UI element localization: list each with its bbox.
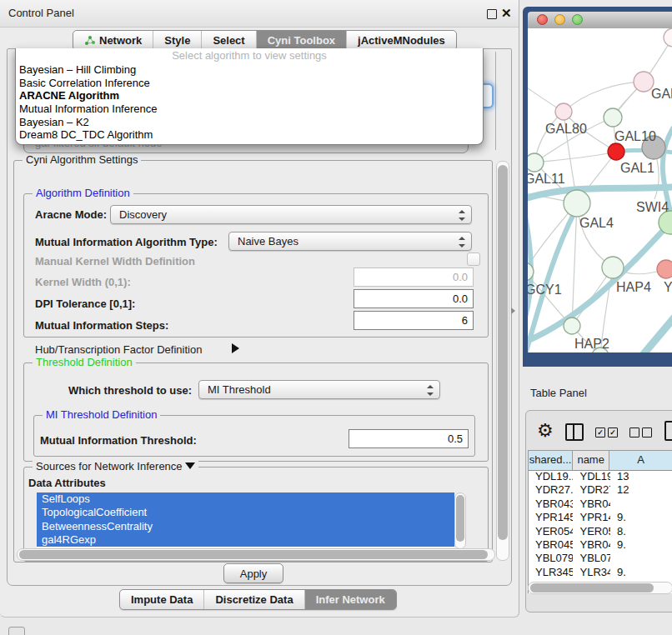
network-node[interactable] — [602, 257, 624, 278]
mi-threshold-group-title: MI Threshold Definition — [43, 408, 160, 421]
stepper-arrows-icon — [427, 384, 434, 397]
table-cell — [610, 498, 672, 511]
network-tab-icon — [84, 35, 95, 46]
table-row[interactable]: YPR145WYPR145W9. — [529, 511, 672, 524]
network-window-titlebar[interactable] — [528, 12, 672, 29]
threshold-definition-title: Threshold Definition — [33, 356, 136, 368]
attribute-item[interactable]: BetweennessCentrality — [37, 520, 454, 533]
algorithm-option-basic-correlation-inference[interactable]: Basic Correlation Inference — [16, 77, 483, 90]
split-pane-arrow-icon[interactable] — [511, 308, 515, 314]
algorithm-option-aracne-algorithm[interactable]: ARACNE Algorithm — [16, 89, 483, 102]
close-traffic-light[interactable] — [537, 14, 548, 25]
mi-threshold-field[interactable] — [349, 429, 469, 448]
aracne-mode-combo[interactable]: Discovery — [110, 205, 472, 224]
checked-checkbox-icon[interactable]: ✓ — [608, 428, 618, 438]
algorithm-dropdown-prompt: Select algorithm to view settings — [16, 48, 483, 63]
dpi-tolerance-field[interactable] — [354, 289, 474, 308]
table-cell: YLR345W — [573, 566, 610, 579]
table-cell: 9. — [610, 566, 672, 579]
checked-checkbox-icon[interactable]: ✓ — [595, 428, 605, 438]
float-panel-icon[interactable] — [487, 9, 497, 19]
expand-arrow-icon[interactable] — [232, 343, 239, 353]
gear-icon[interactable]: ⚙ — [537, 420, 554, 442]
zoom-traffic-light[interactable] — [572, 14, 583, 25]
table-cell: YBL079W — [573, 552, 610, 565]
attributes-scrollbar[interactable] — [454, 492, 466, 549]
table-row[interactable]: YDL19...YDL19...13 — [529, 470, 672, 483]
which-threshold-combo[interactable]: MI Threshold — [198, 380, 440, 399]
table-cell: 8. — [610, 525, 672, 538]
network-node[interactable] — [555, 103, 572, 120]
columns-icon[interactable] — [565, 423, 584, 441]
attribute-item[interactable]: gal4RGexp — [37, 533, 454, 547]
column-header[interactable]: A — [609, 451, 672, 470]
close-icon[interactable]: ✕ — [501, 6, 512, 21]
network-edge-thick[interactable] — [528, 205, 531, 320]
apply-button[interactable]: Apply — [223, 563, 283, 583]
bottom-tab-impute-data[interactable]: Impute Data — [120, 590, 204, 609]
bottom-tab-infer-network[interactable]: Infer Network — [305, 590, 396, 609]
screen: Control Panel ✕ NetworkStyleSelectCyni T… — [0, 0, 672, 635]
network-edge-thick[interactable] — [642, 313, 672, 352]
settings-vertical-scrollbar[interactable] — [496, 161, 509, 561]
kernel-width-field[interactable] — [354, 268, 474, 287]
mi-algorithm-type-label: Mutual Information Algorithm Type: — [35, 236, 218, 249]
which-threshold-label: Which threshold to use: — [68, 384, 192, 398]
tab-network[interactable]: Network — [73, 31, 153, 50]
column-header[interactable]: name — [573, 451, 609, 470]
network-node[interactable] — [657, 260, 672, 278]
minimize-traffic-light[interactable] — [554, 14, 565, 25]
network-node[interactable] — [528, 153, 544, 172]
network-edge[interactable] — [534, 152, 616, 162]
tab-style[interactable]: Style — [153, 31, 202, 50]
data-attributes-label: Data Attributes — [28, 477, 106, 490]
panel-grip[interactable] — [8, 627, 25, 635]
sources-title[interactable]: Sources for Network Inference — [33, 460, 198, 472]
bottom-tab-discretize-data[interactable]: Discretize Data — [204, 590, 304, 609]
mi-steps-field[interactable] — [354, 311, 474, 330]
network-canvas[interactable]: GALGAL80GAL10GAL1GAL11SWI4GAL4GCY1HAP4YH… — [528, 28, 672, 352]
data-attributes-list[interactable]: SelfLoopsTopologicalCoefficientBetweenne… — [37, 492, 454, 548]
table-horizontal-scrollbar[interactable] — [528, 582, 672, 594]
network-node[interactable] — [564, 190, 590, 217]
unchecked-checkbox-icon[interactable] — [642, 428, 652, 438]
column-header[interactable]: shared... — [529, 451, 573, 470]
network-node[interactable] — [564, 318, 580, 334]
tab-jactivemnodules[interactable]: jActiveMNodules — [347, 31, 456, 50]
network-edge[interactable] — [564, 82, 644, 112]
network-node[interactable] — [664, 28, 672, 47]
tab-label: Network — [99, 34, 142, 47]
algorithm-option-dream8-dc-tdc-algorithm[interactable]: Dream8 DC_TDC Algorithm — [16, 128, 483, 142]
unchecked-checkbox-icon[interactable] — [629, 428, 639, 438]
table-row[interactable]: YBR045CYBR045C9. — [529, 538, 672, 552]
algorithm-option-bayesian-hill-climbing[interactable]: Bayesian – Hill Climbing — [16, 63, 483, 77]
hub-section-label[interactable]: Hub/Transcription Factor Definition — [35, 342, 202, 357]
manual-kernel-checkbox[interactable] — [467, 252, 480, 266]
network-node[interactable] — [604, 108, 622, 127]
tab-select[interactable]: Select — [202, 31, 256, 50]
algorithm-option-bayesian-k2[interactable]: Bayesian – K2 — [16, 116, 483, 129]
table-row[interactable]: YER054CYER054C8. — [529, 525, 672, 538]
table-row[interactable]: YBR043CYBR043C — [529, 498, 672, 511]
table-row[interactable]: YDR27...YDR27...12 — [529, 483, 672, 497]
mi-algorithm-type-combo[interactable]: Naive Bayes — [228, 232, 472, 251]
node-label: GAL10 — [614, 129, 656, 143]
algorithm-option-mutual-information-inference[interactable]: Mutual Information Inference — [16, 102, 483, 116]
node-label: GAL11 — [528, 172, 565, 186]
node-label: GAL — [651, 87, 672, 101]
table-cell: YPR145W — [529, 511, 573, 524]
attribute-item[interactable]: TopologicalCoefficient — [37, 506, 454, 519]
node-attribute-table: shared...nameA YDL19...YDL19...13YDR27..… — [528, 450, 672, 593]
network-edge[interactable] — [572, 203, 577, 326]
tab-label: jActiveMNodules — [358, 34, 445, 47]
tab-cyni-toolbox[interactable]: Cyni Toolbox — [257, 31, 347, 50]
attribute-item[interactable]: SelfLoops — [37, 492, 454, 506]
stepper-arrows-icon — [459, 209, 465, 222]
document-icon[interactable] — [664, 421, 672, 441]
settings-horizontal-scrollbar[interactable] — [17, 548, 495, 561]
table-row[interactable]: YLR345WYLR345W9. — [529, 566, 672, 579]
network-node[interactable] — [608, 143, 624, 160]
table-row[interactable]: YBL079WYBL079W — [529, 552, 672, 565]
node-label: HAP4 — [616, 280, 651, 294]
table-cell: YPR145W — [573, 511, 610, 524]
